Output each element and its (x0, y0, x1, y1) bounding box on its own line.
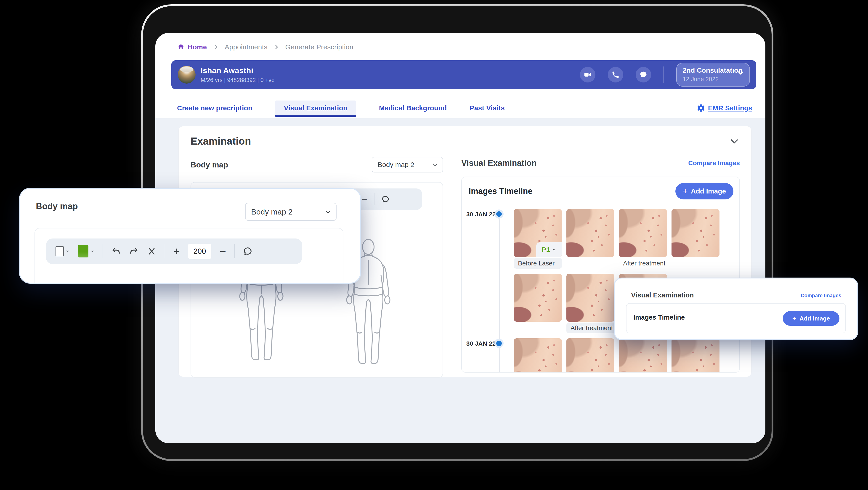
images-timeline-panel: Images Timeline + Add Image 30 J (461, 177, 740, 373)
patient-identity: Ishan Awasthi M/26 yrs | 948288392 | 0 +… (200, 66, 275, 83)
overlay-body-map-select[interactable]: Body map 2 (245, 203, 337, 221)
body-map-select[interactable]: Body map 2 (372, 157, 443, 173)
phone-icon (612, 70, 620, 79)
redo-button[interactable] (129, 246, 139, 256)
body-map-select-value: Body map 2 (378, 161, 414, 169)
timeline-photo[interactable] (672, 338, 719, 373)
tab-visual-examination[interactable]: Visual Examination (275, 100, 356, 117)
timeline-photo-cell (514, 274, 562, 333)
chevron-right-icon (274, 44, 279, 50)
zoom-level-input[interactable] (188, 244, 211, 259)
timeline-photo-cell (672, 338, 719, 373)
timeline-date: 30 JAN 22 (466, 340, 496, 347)
timeline-photo[interactable] (566, 274, 614, 321)
chevron-down-icon (737, 69, 744, 76)
photo-tag-label: P1 (542, 246, 550, 253)
video-camera-icon (584, 70, 592, 79)
overlay-add-image-button[interactable]: + Add Image (783, 311, 839, 326)
timeline-photo-cell (514, 338, 562, 373)
timeline-row: 30 JAN 22 (462, 338, 739, 373)
toolbar-divider (234, 244, 235, 258)
timeline-photo[interactable] (566, 209, 614, 257)
timeline-photo-cell (619, 338, 667, 373)
overlay-body-map-canvas: + − (34, 228, 343, 283)
comment-button[interactable] (243, 246, 252, 256)
comment-button[interactable] (381, 195, 390, 203)
plus-icon: + (174, 246, 180, 257)
photo-label: Before Laser (514, 258, 562, 269)
emr-settings-label: EMR Settings (708, 104, 752, 112)
photo-tag-dropdown[interactable]: P1 (536, 242, 562, 257)
zoom-out-button[interactable]: − (220, 246, 226, 257)
timeline-photo-cell (672, 209, 719, 269)
comment-bubble-icon (381, 195, 390, 203)
comment-bubble-icon (243, 246, 252, 256)
timeline-photo[interactable] (619, 338, 667, 373)
photo-label: After treatment (566, 323, 614, 333)
timeline-row: 30 JAN 22 P1 (462, 209, 739, 269)
body-map-overlay-card: Body map Body map 2 + (20, 189, 360, 283)
zoom-out-button[interactable]: − (362, 194, 367, 204)
timeline-photo[interactable]: P1 (514, 209, 562, 257)
consultation-selector[interactable]: 2nd Consulatation 12 June 2022 (676, 63, 750, 87)
add-image-button[interactable]: + Add Image (675, 183, 734, 200)
redo-icon (129, 246, 139, 256)
patient-header-bar: Ishan Awasthi M/26 yrs | 948288392 | 0 +… (172, 60, 756, 89)
video-call-button[interactable] (580, 67, 595, 83)
add-image-label: Add Image (691, 187, 726, 195)
chat-button[interactable] (636, 67, 651, 83)
visual-examination-title: Visual Examination (461, 158, 536, 168)
overlay-compare-images-link[interactable]: Compare Images (801, 293, 841, 299)
chevron-down-icon (432, 162, 438, 168)
visual-examination-overlay-card: Visual Examination Compare Images Images… (615, 278, 857, 339)
timeline-photo-cell: P1 Before Laser (514, 209, 562, 269)
minus-icon: − (362, 194, 367, 204)
timeline-photo[interactable] (514, 338, 562, 373)
breadcrumb-home-link[interactable]: Home (177, 43, 207, 51)
overlay-body-map-toolbar: + − (46, 239, 302, 264)
timeline-photo[interactable] (672, 209, 719, 257)
examination-title: Examination (191, 135, 251, 147)
chevron-right-icon (213, 44, 219, 50)
home-icon (177, 43, 185, 51)
tab-create-new-prescription[interactable]: Create new precription (177, 100, 252, 112)
x-icon (147, 246, 156, 256)
toolbar-divider (374, 193, 374, 205)
collapse-section-chevron[interactable] (729, 136, 739, 146)
green-color-swatch (78, 245, 88, 257)
timeline-photo-cell: After treatment (566, 274, 614, 333)
undo-icon (111, 246, 121, 256)
chat-bubble-icon (639, 70, 648, 79)
color-picker-dropdown[interactable] (78, 245, 94, 257)
toolbar-divider (165, 244, 165, 258)
timeline-photo[interactable] (566, 338, 614, 373)
delete-annotation-button[interactable] (147, 246, 156, 256)
zoom-in-button[interactable]: + (174, 246, 180, 257)
undo-button[interactable] (111, 246, 121, 256)
tab-medical-background[interactable]: Medical Background (379, 100, 447, 112)
breadcrumb-home-label: Home (188, 43, 207, 51)
timeline-photo[interactable] (619, 209, 667, 257)
compare-images-link[interactable]: Compare Images (688, 159, 740, 167)
timeline-dot (496, 341, 502, 346)
patient-name: Ishan Awasthi (200, 66, 275, 75)
emr-settings-link[interactable]: EMR Settings (696, 100, 752, 113)
consultation-date: 12 June 2022 (683, 75, 744, 83)
page-background: Home Appointments Generate Prescription … (0, 0, 868, 490)
minus-icon: − (220, 246, 226, 257)
overlay-add-image-label: Add Image (800, 315, 830, 322)
shape-picker-dropdown[interactable] (56, 246, 70, 256)
plus-icon: + (793, 315, 797, 322)
timeline-photo-cell (566, 338, 614, 373)
toolbar-divider (102, 244, 103, 258)
tab-past-visits[interactable]: Past Visits (470, 100, 505, 112)
header-divider (663, 66, 664, 83)
overlay-body-map-select-value: Body map 2 (251, 207, 292, 216)
phone-call-button[interactable] (608, 67, 623, 83)
photo-label: After treatment (619, 258, 667, 269)
overlay-images-timeline-panel: Images Timeline + Add Image (626, 303, 846, 333)
images-timeline-title: Images Timeline (469, 186, 532, 196)
patient-meta: M/26 yrs | 948288392 | 0 +ve (200, 77, 275, 83)
timeline-photo[interactable] (514, 274, 562, 321)
breadcrumb-appointments-link[interactable]: Appointments (225, 43, 268, 51)
